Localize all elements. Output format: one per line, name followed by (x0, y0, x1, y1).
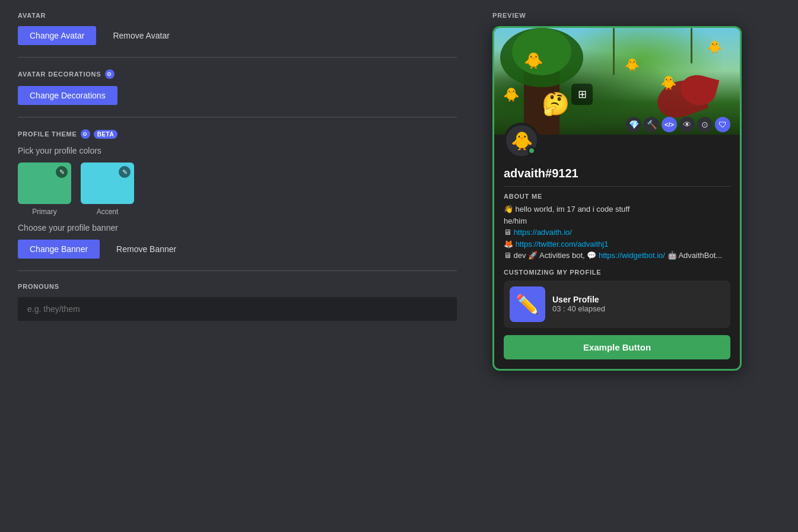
badges-row: 💎 🔨 </> 👁 ⊙ 🛡 (626, 117, 730, 132)
banner-description: Choose your profile banner (18, 223, 457, 232)
activity-row: ✏️ User Profile 03 : 40 elapsed (504, 281, 730, 328)
banner-laptop-emoji: 🤔 (542, 91, 570, 117)
banner-emoji-3: 🐥 (625, 58, 640, 72)
badge-hammer: 🔨 (644, 117, 659, 132)
badge-circle: ⊙ (697, 117, 713, 132)
customizing-label: CUSTOMIZING MY PROFILE (504, 269, 730, 276)
about-line-1: 👋 hello world, im 17 and i code stuff (504, 203, 730, 215)
avatar-badges-row: 🐥 💎 🔨 </> 👁 ⊙ 🛡 (504, 135, 730, 164)
example-button[interactable]: Example Button (504, 335, 730, 359)
right-panel: PREVIEW 🐥 🐥 🐥 🐥 🐥 (475, 0, 783, 532)
activity-icon: ✏️ (510, 286, 545, 322)
about-label: ABOUT ME (504, 193, 730, 200)
avatar-decorations-label: AVATAR DECORATIONS ⊙ (18, 69, 457, 79)
theme-description: Pick your profile colors (18, 146, 457, 155)
link3[interactable]: https://widgetbot.io/ (599, 251, 665, 260)
banner-emoji-2: 🐥 (503, 87, 519, 103)
remove-avatar-button[interactable]: Remove Avatar (101, 26, 181, 45)
remove-banner-button[interactable]: Remove Banner (104, 240, 188, 259)
profile-theme-label: PROFILE THEME ⊙ BETA (18, 129, 457, 139)
username-area: advaith#9121 (504, 167, 730, 180)
divider-1 (18, 57, 457, 58)
color-swatch-row: ✎ Primary ✎ Accent (18, 163, 457, 216)
left-panel: AVATAR Change Avatar Remove Avatar AVATA… (0, 0, 475, 532)
change-avatar-button[interactable]: Change Avatar (18, 26, 96, 45)
avatar-section-label: AVATAR (18, 12, 457, 19)
profile-body: 🐥 💎 🔨 </> 👁 ⊙ 🛡 advaith#9121 A (494, 135, 740, 369)
badge-diamond: 💎 (626, 117, 641, 132)
username: advaith#9121 (504, 167, 578, 180)
accent-color-container: ✎ Accent (81, 163, 134, 216)
avatar-button-row: Change Avatar Remove Avatar (18, 26, 457, 45)
accent-edit-icon: ✎ (119, 166, 131, 178)
activity-title: User Profile (552, 295, 605, 304)
about-line-2: he/him (504, 215, 730, 227)
pronouns-input[interactable] (18, 297, 457, 321)
activity-info: User Profile 03 : 40 elapsed (552, 295, 605, 313)
link2[interactable]: https://twitter.com/advaithj1 (516, 240, 609, 249)
decorations-button-row: Change Decorations (18, 86, 457, 105)
pronouns-label: PRONOUNS (18, 283, 457, 290)
about-line-3: 🖥 dev 🚀 Activities bot, 💬 https://widget… (504, 250, 730, 262)
banner-emoji-1: 🐥 (524, 52, 543, 70)
accent-label: Accent (97, 208, 119, 216)
nitro-icon-theme: ⊙ (81, 129, 90, 139)
banner-emoji-4: 🐥 (660, 75, 676, 91)
customizing-section: CUSTOMIZING MY PROFILE ✏️ User Profile 0… (504, 269, 730, 359)
screenshot-icon: ⊞ (571, 84, 593, 105)
about-text: 👋 hello world, im 17 and i code stuff he… (504, 203, 730, 262)
divider-2 (18, 117, 457, 117)
primary-label: Primary (32, 208, 56, 216)
nitro-icon-decorations: ⊙ (105, 69, 115, 79)
about-me-section: ABOUT ME 👋 hello world, im 17 and i code… (504, 193, 730, 262)
primary-edit-icon: ✎ (56, 166, 68, 178)
preview-label: PREVIEW (492, 12, 526, 19)
banner-button-row: Change Banner Remove Banner (18, 240, 457, 259)
change-decorations-button[interactable]: Change Decorations (18, 86, 117, 105)
about-line-link2: 🦊 https://twitter.com/advaithj1 (504, 238, 730, 250)
badge-shield: 🛡 (715, 117, 730, 132)
badge-dev: </> (662, 117, 677, 132)
activity-time: 03 : 40 elapsed (552, 304, 605, 313)
avatar-circle: 🐥 (504, 123, 539, 158)
primary-color-container: ✎ Primary (18, 163, 71, 216)
avatar-wrapper: 🐥 (504, 123, 539, 158)
link1[interactable]: https://advaith.io/ (514, 228, 572, 237)
banner-emoji-5: 🐥 (707, 40, 722, 54)
about-line-link1: 🖥 https://advaith.io/ (504, 227, 730, 238)
profile-divider (504, 186, 730, 187)
profile-card: 🐥 🐥 🐥 🐥 🐥 🤔 ⊞ 🐥 (492, 26, 742, 371)
accent-color-swatch[interactable]: ✎ (81, 163, 134, 204)
divider-3 (18, 270, 457, 271)
online-indicator (527, 146, 536, 155)
change-banner-button[interactable]: Change Banner (18, 240, 100, 259)
primary-color-swatch[interactable]: ✎ (18, 163, 71, 204)
badge-eye: 👁 (679, 117, 695, 132)
beta-badge: BETA (94, 130, 117, 139)
